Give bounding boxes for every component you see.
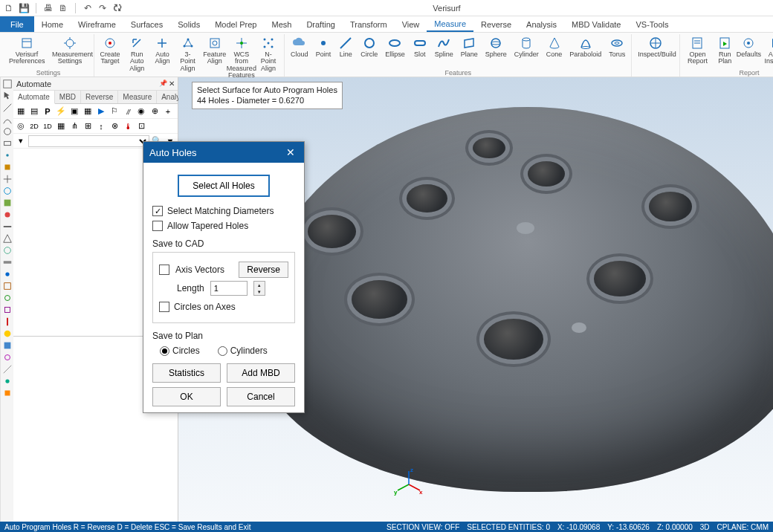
tb-icon[interactable]: ▣ [68,106,80,117]
tb-icon[interactable]: ▦ [55,120,67,132]
undo-icon[interactable]: ↶ [82,2,94,14]
tool-icon[interactable] [2,162,13,172]
tb-icon[interactable]: ⚡ [55,106,67,117]
new-file-icon[interactable]: 🗋 [3,2,15,14]
rect-tool-icon[interactable] [2,138,13,149]
tab-surfaces[interactable]: Surfaces [123,16,170,32]
dropdown-icon[interactable]: ▾ [15,135,27,147]
tb-icon[interactable]: ↕ [95,120,107,132]
save-icon[interactable]: 💾 [18,2,30,14]
thermometer-icon[interactable]: 🌡 [122,120,134,132]
tb-icon[interactable]: ⊡ [135,120,147,132]
match-diameters-checkbox[interactable] [152,206,163,216]
flag-icon[interactable]: ⚐ [109,106,120,117]
tab-mesh[interactable]: Mesh [264,16,299,32]
line-tool-icon[interactable] [2,103,13,113]
close-icon[interactable]: ✕ [169,80,175,88]
tab-transform[interactable]: Transform [343,16,395,32]
circles-radio[interactable]: Circles [160,346,200,356]
tb-icon[interactable]: ⊞ [82,120,94,132]
auto-inspect-button[interactable]: Auto Inspect [761,34,773,68]
tool-icon[interactable] [2,233,13,244]
tool-icon[interactable] [2,79,13,89]
length-spinner[interactable]: ▲ ▼ [253,281,265,296]
reverse-button[interactable]: Reverse [239,262,288,278]
tab-mbd-validate[interactable]: MBD Validate [564,16,628,32]
tab-analysis[interactable]: Analysis [519,16,564,32]
tab-home[interactable]: Home [34,16,71,32]
close-icon[interactable]: ✕ [283,145,298,160]
tab-vs-tools[interactable]: VS-Tools [628,16,676,32]
cylinder-button[interactable]: Cylinder [511,34,542,68]
add-mbd-button[interactable]: Add MBD [227,363,295,383]
tab-model-prep[interactable]: Model Prep [207,16,264,32]
tool-icon[interactable] [2,352,13,363]
tool-icon[interactable] [2,328,13,339]
tb-icon[interactable]: P [42,106,54,117]
tab-wireframe[interactable]: Wireframe [71,16,123,32]
tb-icon[interactable]: 1D [42,120,54,132]
circle-button[interactable]: Circle [358,34,381,68]
ellipse-button[interactable]: Ellipse [382,34,408,68]
tool-icon[interactable] [2,293,13,303]
slot-button[interactable]: Slot [410,34,430,68]
tool-icon[interactable] [2,150,13,160]
tool-icon[interactable] [2,388,13,398]
tool-icon[interactable] [2,269,13,279]
cone-button[interactable]: Cone [543,34,566,68]
tool-icon[interactable] [2,210,13,220]
file-tab[interactable]: File [0,16,34,32]
select-all-holes-button[interactable]: Select All Holes [178,175,269,197]
3point-align-button[interactable]: 3-Point Align [175,34,200,81]
plane-button[interactable]: Plane [458,34,481,68]
tb-icon[interactable]: ⊕ [149,106,161,117]
tool-icon[interactable] [2,340,13,351]
spin-down-icon[interactable]: ▼ [254,288,265,295]
tool-icon[interactable] [2,174,13,184]
tb-icon[interactable]: ◉ [135,106,147,117]
cylinders-radio[interactable]: Cylinders [218,346,268,356]
tab-measure[interactable]: Measure [427,16,473,32]
spin-up-icon[interactable]: ▲ [254,282,265,288]
ptab-mbd[interactable]: MBD [55,91,81,103]
axis-vectors-checkbox[interactable] [159,265,169,275]
inspect-build-button[interactable]: Inspect/Build [635,34,676,76]
tool-icon[interactable] [2,186,13,196]
tb-icon[interactable]: ⋔ [68,120,80,132]
length-input[interactable] [210,281,248,296]
cloud-button[interactable]: Cloud [288,34,311,68]
ok-button[interactable]: OK [152,387,221,406]
pointer-icon[interactable] [2,91,13,101]
refresh-icon[interactable]: 🗘 [111,2,123,14]
tb-icon[interactable]: 2D [28,120,40,132]
verisurf-prefs-button[interactable]: Verisurf Preferences [6,34,48,68]
tb-icon[interactable]: ▤ [28,106,40,117]
npoint-align-button[interactable]: N-Point Align [256,34,281,81]
circle-tool-icon[interactable] [2,126,13,137]
print-icon[interactable]: 🖶 [42,2,54,14]
measurement-settings-button[interactable]: Measurement Settings [49,34,91,68]
defaults-button[interactable]: Defaults [738,34,760,68]
paraboloid-button[interactable]: Paraboloid [566,34,604,68]
curve-tool-icon[interactable] [2,114,13,125]
tool-icon[interactable] [2,281,13,291]
plus-icon[interactable]: + [162,106,174,117]
point-button[interactable]: Point [313,34,334,68]
print-preview-icon[interactable]: 🗎 [57,2,69,14]
feature-align-button[interactable]: Feature Align [202,34,227,81]
tab-drafting[interactable]: Drafting [299,16,343,32]
tab-reverse[interactable]: Reverse [473,16,519,32]
run-plan-button[interactable]: Run Plan [714,34,737,68]
ptab-reverse[interactable]: Reverse [81,91,118,103]
pin-icon[interactable]: 📌 [159,80,167,88]
ptab-automate[interactable]: Automate [13,91,55,104]
tool-icon[interactable] [2,317,13,327]
sphere-button[interactable]: Sphere [482,34,510,68]
tb-icon[interactable]: ⊗ [109,120,120,132]
circles-on-axes-checkbox[interactable] [159,302,169,312]
play-icon[interactable]: ▶ [95,106,107,117]
spline-button[interactable]: Spline [432,34,456,68]
tool-icon[interactable] [2,364,13,374]
dialog-titlebar[interactable]: Auto Holes ✕ [143,142,304,163]
tb-icon[interactable]: ▦ [15,106,27,117]
